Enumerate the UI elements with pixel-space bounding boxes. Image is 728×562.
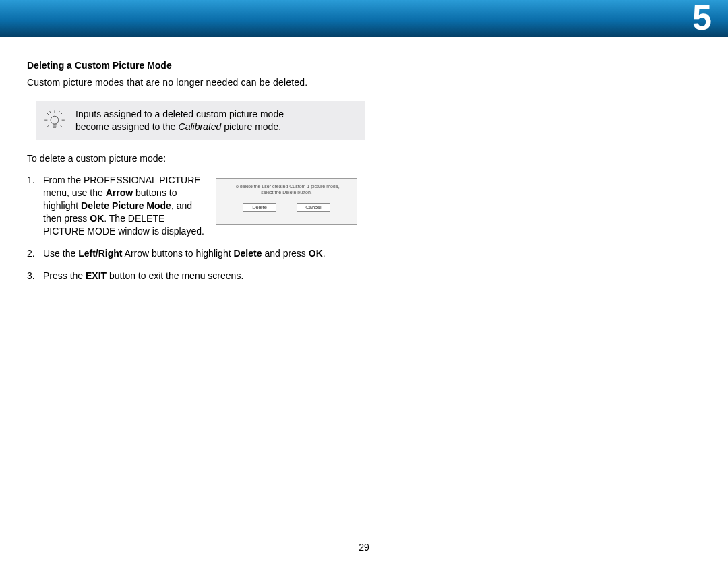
intro-paragraph: Custom picture modes that are no longer … <box>27 76 384 89</box>
svg-line-12 <box>49 111 51 113</box>
tip-line1: Inputs assigned to a deleted custom pict… <box>75 108 284 119</box>
tip-line2b: picture mode. <box>221 121 281 132</box>
text: Use the <box>43 248 78 259</box>
tip-line2a: become assigned to the <box>75 121 179 132</box>
bold: Left/Right <box>78 248 122 259</box>
delete-button[interactable]: Delete <box>243 203 276 212</box>
section-heading: Deleting a Custom Picture Mode <box>27 59 384 72</box>
svg-point-0 <box>51 116 59 124</box>
bold: OK <box>90 213 104 224</box>
svg-line-10 <box>47 125 49 127</box>
bold: Delete Picture Mode <box>81 200 171 211</box>
text: button to exit the menu screens. <box>107 270 243 281</box>
content-column: Deleting a Custom Picture Mode Custom pi… <box>27 59 384 292</box>
cancel-button[interactable]: Cancel <box>297 203 330 212</box>
bold: Delete <box>233 248 262 259</box>
tip-box: Inputs assigned to a deleted custom pict… <box>36 101 365 140</box>
step-3: Press the EXIT button to exit the menu s… <box>27 270 384 282</box>
step-2: Use the Left/Right Arrow buttons to high… <box>27 247 384 260</box>
svg-line-9 <box>61 125 63 127</box>
bold: Arrow <box>106 187 133 198</box>
svg-line-5 <box>61 113 63 115</box>
text: and press <box>262 248 309 259</box>
lightbulb-icon <box>43 109 66 132</box>
page-number: 29 <box>0 542 728 553</box>
tip-em: Calibrated <box>179 121 222 132</box>
svg-line-11 <box>59 111 60 113</box>
svg-line-6 <box>47 113 49 115</box>
text: . <box>323 248 326 259</box>
chapter-number: 5 <box>692 0 712 38</box>
text: Press the <box>43 270 86 281</box>
lead-line: To delete a custom picture mode: <box>27 152 384 165</box>
dialog-message: To delete the user created Custom 1 pict… <box>233 184 339 196</box>
delete-picture-mode-dialog: To delete the user created Custom 1 pict… <box>216 178 357 225</box>
dialog-button-row: Delete Cancel <box>243 203 330 212</box>
bold: OK <box>309 248 323 259</box>
tip-text: Inputs assigned to a deleted custom pict… <box>75 108 284 133</box>
text: select the Delete button. <box>261 190 312 195</box>
text: To delete the user created Custom 1 pict… <box>233 184 339 189</box>
text: Arrow buttons to highlight <box>122 248 233 259</box>
bold: EXIT <box>86 270 107 281</box>
chapter-header-band: 5 <box>0 0 728 37</box>
